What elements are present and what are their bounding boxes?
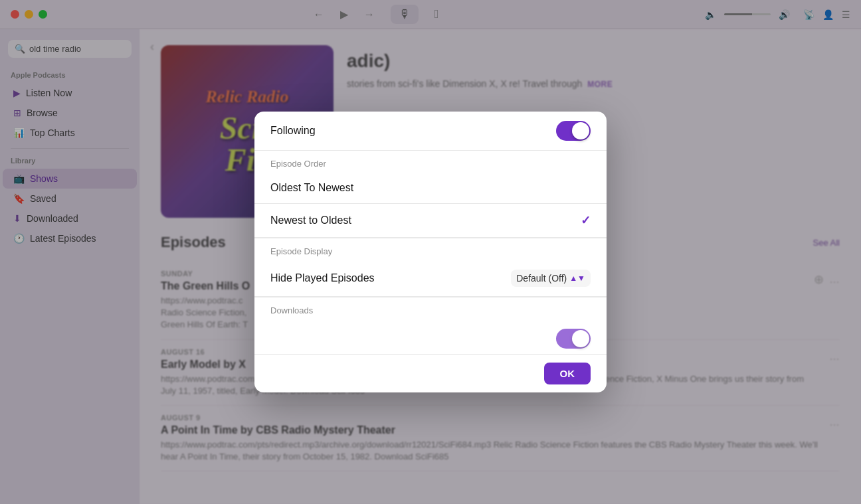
- hide-played-value: Default (Off): [516, 273, 567, 284]
- following-toggle[interactable]: [556, 121, 591, 141]
- modal-overlay: Following Episode Order Oldest To Newest…: [0, 0, 861, 504]
- downloads-toggle-row: [254, 319, 607, 354]
- oldest-to-newest-label: Oldest To Newest: [270, 182, 353, 194]
- episode-order-header: Episode Order: [254, 151, 607, 173]
- toggle-knob: [572, 122, 589, 139]
- hide-played-select[interactable]: Default (Off) ▲▼: [511, 270, 591, 287]
- newest-checkmark: ✓: [581, 213, 591, 228]
- hide-played-row: Hide Played Episodes Default (Off) ▲▼: [254, 260, 607, 296]
- downloads-toggle[interactable]: [556, 329, 591, 349]
- modal-footer: OK: [254, 355, 607, 392]
- episode-display-header: Episode Display: [254, 238, 607, 260]
- newest-to-oldest-row[interactable]: Newest to Oldest ✓: [254, 204, 607, 237]
- downloads-section: Downloads: [254, 297, 607, 355]
- following-label: Following: [270, 125, 316, 137]
- settings-modal: Following Episode Order Oldest To Newest…: [254, 112, 607, 392]
- downloads-toggle-knob: [572, 330, 589, 347]
- hide-played-label: Hide Played Episodes: [270, 272, 375, 284]
- following-row: Following: [254, 112, 607, 150]
- newest-to-oldest-label: Newest to Oldest: [270, 214, 351, 226]
- downloads-header: Downloads: [254, 297, 607, 319]
- select-arrow-icon: ▲▼: [569, 274, 585, 283]
- episode-display-section: Episode Display Hide Played Episodes Def…: [254, 238, 607, 297]
- episode-order-section: Episode Order Oldest To Newest Newest to…: [254, 151, 607, 238]
- ok-button[interactable]: OK: [544, 363, 591, 384]
- oldest-to-newest-row[interactable]: Oldest To Newest: [254, 173, 607, 203]
